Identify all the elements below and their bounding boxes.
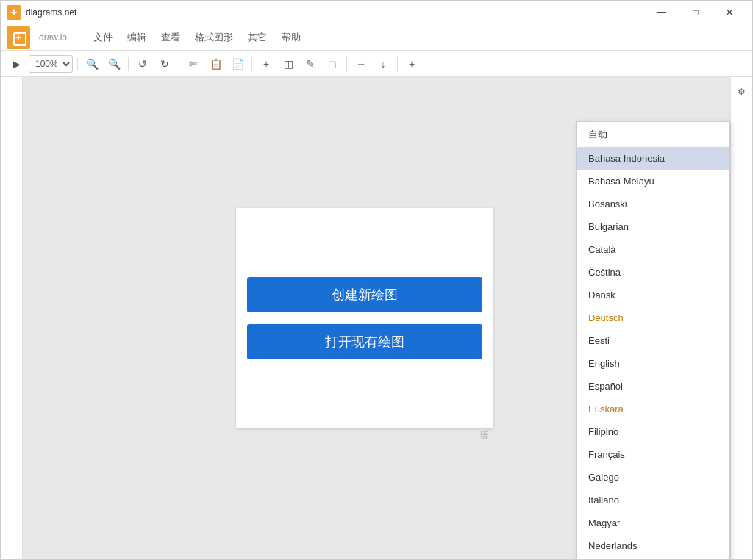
toolbar: ▶ 100% 75% 150% 200% 🔍 🔍 ↺ ↻ ✄ 📋 📄 + ◫ ✎… <box>1 51 752 77</box>
create-new-label: 创建新绘图 <box>332 286 398 304</box>
menu-file[interactable]: 文件 <box>88 28 118 47</box>
window-controls: — □ ✕ <box>645 1 746 24</box>
lang-item-4[interactable]: Català <box>577 238 729 261</box>
zoom-out-btn[interactable]: 🔍 <box>104 54 124 73</box>
start-dialog: 创建新绘图 打开现有绘图 语 <box>236 208 493 428</box>
sep4 <box>251 57 252 71</box>
menu-edit[interactable]: 编辑 <box>121 28 152 47</box>
sep5 <box>346 57 347 71</box>
undo-btn[interactable]: ↺ <box>133 54 152 73</box>
lang-item-16[interactable]: Magyar <box>577 511 729 534</box>
gear-icon[interactable]: ⚙ <box>733 83 751 101</box>
logo-graphic <box>11 30 26 45</box>
sep3 <box>179 57 179 71</box>
right-panel: ⚙ <box>730 77 752 559</box>
sep2 <box>128 57 129 71</box>
maximize-button[interactable]: □ <box>679 1 713 24</box>
paste-btn[interactable]: 📄 <box>228 54 247 73</box>
menu-other[interactable]: 其它 <box>242 28 273 47</box>
flow-btn[interactable]: ↓ <box>374 54 393 73</box>
open-existing-label: 打开现有绘图 <box>325 333 404 351</box>
lang-item-1[interactable]: Bahasa Melayu <box>577 170 729 193</box>
copy-btn[interactable]: 📋 <box>206 54 225 73</box>
lang-item-3[interactable]: Bulgarian <box>577 215 729 238</box>
format-btn[interactable]: ◫ <box>279 54 298 73</box>
minimize-button[interactable]: — <box>645 1 679 24</box>
insert-btn[interactable]: + <box>257 54 276 73</box>
lang-item-12[interactable]: Filipino <box>577 420 729 443</box>
redo-btn[interactable]: ↻ <box>155 54 174 73</box>
lang-item-5[interactable]: Čeština <box>577 261 729 284</box>
sep1 <box>77 57 78 71</box>
zoom-in-btn[interactable]: 🔍 <box>82 54 101 73</box>
lang-item-9[interactable]: English <box>577 352 729 375</box>
lang-auto[interactable]: 自动 <box>577 122 729 147</box>
lang-item-15[interactable]: Italiano <box>577 489 729 511</box>
add-btn[interactable]: + <box>402 54 421 73</box>
arrow-btn[interactable]: → <box>351 54 371 73</box>
lang-item-0[interactable]: Bahasa Indonesia <box>577 147 729 170</box>
zoom-select[interactable]: 100% 75% 150% 200% <box>29 55 73 73</box>
app-title: diagrams.net <box>26 7 645 18</box>
app-window: diagrams.net — □ ✕ draw.io 文件 编辑 查看 格式图形… <box>0 0 753 560</box>
app-subtitle: draw.io <box>39 32 67 43</box>
menu-bar: draw.io 文件 编辑 查看 格式图形 其它 帮助 <box>1 24 752 51</box>
sep6 <box>397 57 398 71</box>
menu-format[interactable]: 格式图形 <box>189 28 239 47</box>
app-logo <box>7 26 30 49</box>
lang-item-14[interactable]: Galego <box>577 466 729 489</box>
cut-btn[interactable]: ✄ <box>184 54 203 73</box>
menu-help[interactable]: 帮助 <box>276 28 307 47</box>
create-new-btn[interactable]: 创建新绘图 <box>247 277 482 312</box>
lang-item-2[interactable]: Bosanski <box>577 193 729 215</box>
lang-item-8[interactable]: Eesti <box>577 329 729 352</box>
shape-btn[interactable]: ◻ <box>323 54 342 73</box>
language-list-scroll[interactable]: 自动 Bahasa Indonesia Bahasa Melayu Bosans… <box>577 122 729 559</box>
lang-item-7[interactable]: Deutsch <box>577 306 729 329</box>
close-button[interactable]: ✕ <box>713 1 746 24</box>
lang-item-17[interactable]: Nederlands <box>577 534 729 557</box>
left-panel <box>1 77 23 559</box>
app-icon <box>7 5 21 20</box>
toolbar-select-btn[interactable]: ▶ <box>7 54 26 73</box>
language-dropdown: 自动 Bahasa Indonesia Bahasa Melayu Bosans… <box>576 121 730 559</box>
lang-item-10[interactable]: Español <box>577 375 729 398</box>
title-bar: diagrams.net — □ ✕ <box>1 1 752 24</box>
lang-item-18[interactable]: Norsk <box>577 557 729 559</box>
open-existing-btn[interactable]: 打开现有绘图 <box>247 324 482 359</box>
lang-item-13[interactable]: Français <box>577 443 729 466</box>
menu-view[interactable]: 查看 <box>155 28 186 47</box>
main-area: 创建新绘图 打开现有绘图 语 ⚙ ⬜ ▦ ⌃ 自动 Bahasa Indones… <box>1 77 752 559</box>
pen-btn[interactable]: ✎ <box>301 54 320 73</box>
lang-item-11[interactable]: Euskara <box>577 398 729 420</box>
lang-item-6[interactable]: Dansk <box>577 284 729 306</box>
